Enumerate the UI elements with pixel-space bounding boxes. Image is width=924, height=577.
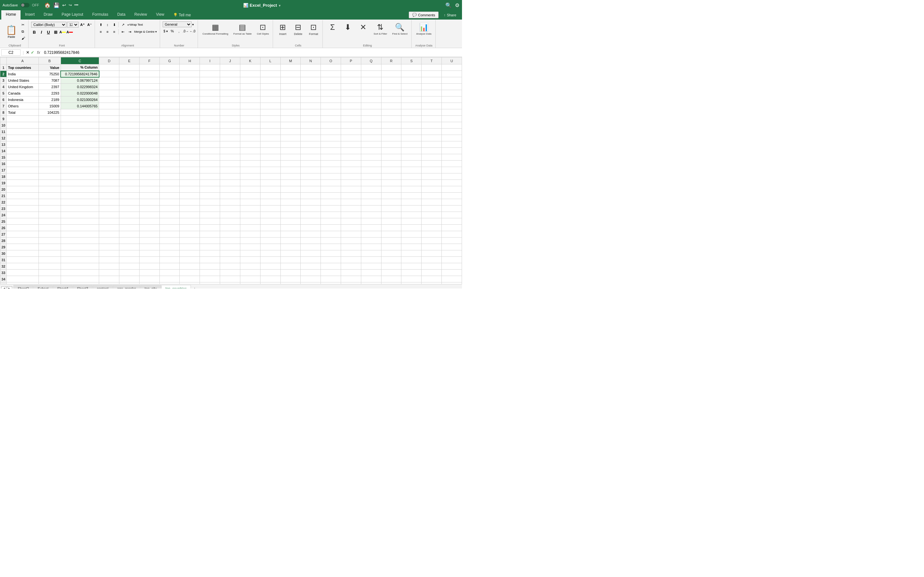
tab-view[interactable]: View bbox=[152, 10, 169, 19]
cell-empty-30-16[interactable] bbox=[361, 250, 381, 257]
row-header-15[interactable]: 15 bbox=[0, 154, 7, 161]
cell-B8[interactable]: 104225 bbox=[39, 109, 61, 116]
cell-empty-26-10[interactable] bbox=[240, 225, 260, 231]
col-header-R[interactable]: R bbox=[381, 57, 401, 64]
cell-empty-27-6[interactable] bbox=[160, 231, 180, 237]
cell-empty-4-10[interactable] bbox=[240, 84, 260, 90]
tab-data[interactable]: Data bbox=[113, 10, 129, 19]
cell-empty-2-4[interactable] bbox=[120, 71, 140, 77]
align-center-button[interactable]: ≡ bbox=[104, 29, 111, 35]
cell-empty-3-5[interactable] bbox=[139, 77, 160, 84]
tab-review[interactable]: Review bbox=[130, 10, 152, 19]
cell-empty-11-12[interactable] bbox=[280, 129, 300, 135]
cell-empty-18-19[interactable] bbox=[422, 173, 442, 180]
cell-empty-31-13[interactable] bbox=[300, 257, 321, 263]
tab-insert[interactable]: Insert bbox=[21, 10, 39, 19]
cell-empty-13-10[interactable] bbox=[240, 141, 260, 148]
cell-empty-17-19[interactable] bbox=[422, 167, 442, 173]
cell-empty-5-18[interactable] bbox=[401, 90, 422, 97]
cell-empty-4-6[interactable] bbox=[160, 84, 180, 90]
cell-empty-8-6[interactable] bbox=[160, 109, 180, 116]
cell-C28[interactable] bbox=[61, 237, 99, 244]
cell-empty-13-12[interactable] bbox=[280, 141, 300, 148]
formula-cancel-button[interactable]: ✕ bbox=[26, 50, 29, 55]
cell-empty-29-17[interactable] bbox=[381, 244, 401, 250]
cell-C31[interactable] bbox=[61, 257, 99, 263]
row-header-13[interactable]: 13 bbox=[0, 141, 7, 148]
cell-empty-4-17[interactable] bbox=[381, 84, 401, 90]
cell-empty-7-10[interactable] bbox=[240, 103, 260, 109]
cell-empty-4-11[interactable] bbox=[260, 84, 280, 90]
cell-empty-25-7[interactable] bbox=[180, 218, 200, 225]
cell-empty-23-8[interactable] bbox=[200, 205, 220, 212]
col-header-O[interactable]: O bbox=[321, 57, 341, 64]
cell-B28[interactable] bbox=[39, 237, 61, 244]
cell-empty-26-17[interactable] bbox=[381, 225, 401, 231]
cell-empty-5-10[interactable] bbox=[240, 90, 260, 97]
cell-empty-8-10[interactable] bbox=[240, 109, 260, 116]
cell-empty-33-4[interactable] bbox=[120, 269, 140, 276]
cell-empty-29-13[interactable] bbox=[300, 244, 321, 250]
cell-empty-2-14[interactable] bbox=[321, 71, 341, 77]
row-header-20[interactable]: 20 bbox=[0, 186, 7, 193]
cell-empty-16-19[interactable] bbox=[422, 161, 442, 167]
cell-empty-25-6[interactable] bbox=[160, 218, 180, 225]
cell-empty-35-12[interactable] bbox=[280, 282, 300, 284]
cell-empty-22-4[interactable] bbox=[120, 199, 140, 205]
cell-empty-11-17[interactable] bbox=[381, 129, 401, 135]
cell-empty-26-6[interactable] bbox=[160, 225, 180, 231]
font-name-select[interactable]: Calibri (Body) bbox=[31, 22, 66, 27]
cell-empty-22-13[interactable] bbox=[300, 199, 321, 205]
paste-button[interactable]: 📋 Paste bbox=[3, 22, 19, 41]
cell-A18[interactable] bbox=[7, 173, 39, 180]
cell-empty-15-5[interactable] bbox=[139, 154, 160, 161]
cell-C5[interactable]: 0.022000048 bbox=[61, 90, 99, 97]
cell-empty-10-6[interactable] bbox=[160, 122, 180, 129]
cell-empty-20-11[interactable] bbox=[260, 186, 280, 193]
cell-empty-17-16[interactable] bbox=[361, 167, 381, 173]
cell-empty-15-18[interactable] bbox=[401, 154, 422, 161]
cell-empty-24-13[interactable] bbox=[300, 212, 321, 218]
cell-empty-30-19[interactable] bbox=[422, 250, 442, 257]
col-header-A[interactable]: A bbox=[7, 57, 39, 64]
cell-empty-9-3[interactable] bbox=[99, 116, 120, 122]
cell-empty-1-13[interactable] bbox=[300, 64, 321, 71]
cell-empty-16-4[interactable] bbox=[120, 161, 140, 167]
cell-B24[interactable] bbox=[39, 212, 61, 218]
cell-empty-12-13[interactable] bbox=[300, 135, 321, 141]
cell-empty-19-12[interactable] bbox=[280, 180, 300, 186]
formula-input[interactable]: 0.721995682417846 bbox=[43, 50, 461, 55]
cell-empty-5-14[interactable] bbox=[321, 90, 341, 97]
decimal-decrease-button[interactable]: ←.0 bbox=[189, 28, 196, 34]
cell-empty-8-7[interactable] bbox=[180, 109, 200, 116]
cell-A30[interactable] bbox=[7, 250, 39, 257]
cell-empty-18-16[interactable] bbox=[361, 173, 381, 180]
sheet-nav-right-button[interactable]: ▶ bbox=[7, 286, 12, 289]
clear-button[interactable]: ✕ bbox=[356, 21, 370, 43]
row-header-26[interactable]: 26 bbox=[0, 225, 7, 231]
cell-empty-2-3[interactable] bbox=[99, 71, 120, 77]
cell-empty-25-12[interactable] bbox=[280, 218, 300, 225]
indent-decrease-button[interactable]: ⇤ bbox=[120, 29, 126, 35]
col-header-J[interactable]: J bbox=[220, 57, 240, 64]
cell-B19[interactable] bbox=[39, 180, 61, 186]
cell-empty-10-15[interactable] bbox=[341, 122, 361, 129]
cell-empty-14-11[interactable] bbox=[260, 148, 280, 154]
cell-empty-2-17[interactable] bbox=[381, 71, 401, 77]
cell-empty-31-11[interactable] bbox=[260, 257, 280, 263]
cell-empty-19-10[interactable] bbox=[240, 180, 260, 186]
cell-empty-16-17[interactable] bbox=[381, 161, 401, 167]
align-top-button[interactable]: ⬆ bbox=[97, 21, 104, 28]
cell-empty-21-6[interactable] bbox=[160, 193, 180, 199]
cell-empty-3-9[interactable] bbox=[220, 77, 240, 84]
cell-empty-11-16[interactable] bbox=[361, 129, 381, 135]
cell-empty-1-7[interactable] bbox=[180, 64, 200, 71]
save-icon[interactable]: 💾 bbox=[53, 2, 60, 8]
cell-empty-31-10[interactable] bbox=[240, 257, 260, 263]
cell-empty-25-4[interactable] bbox=[120, 218, 140, 225]
cell-empty-30-6[interactable] bbox=[160, 250, 180, 257]
cell-empty-5-13[interactable] bbox=[300, 90, 321, 97]
cell-empty-34-6[interactable] bbox=[160, 276, 180, 282]
cell-empty-30-11[interactable] bbox=[260, 250, 280, 257]
cell-empty-33-19[interactable] bbox=[422, 269, 442, 276]
